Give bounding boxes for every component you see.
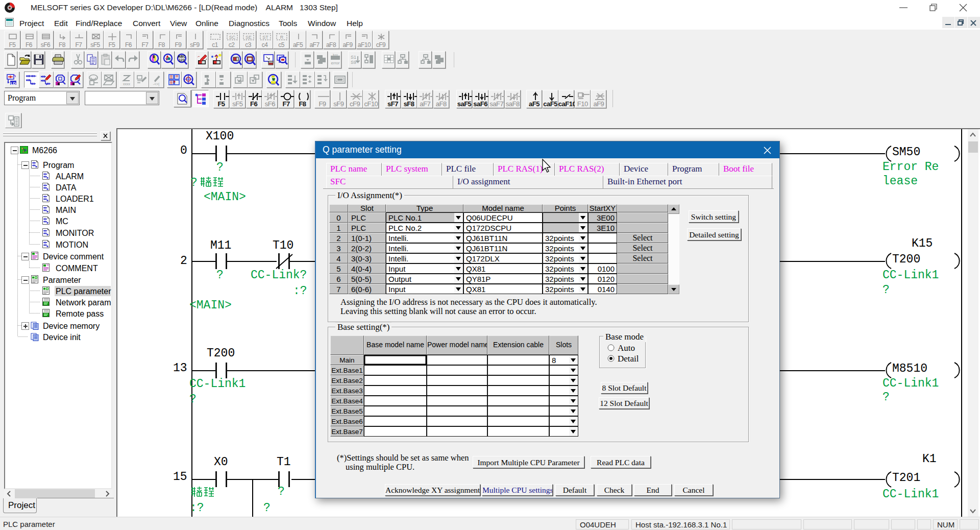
svg-text:S1: S1	[351, 55, 356, 60]
svg-text:k+v: k+v	[333, 53, 338, 56]
svg-text:-<>|: -<>|	[153, 82, 160, 86]
svg-text:ST: ST	[262, 35, 268, 40]
svg-text:SC: SC	[229, 35, 235, 40]
svg-text:ABC: ABC	[178, 55, 185, 58]
svg-text:LD: LD	[11, 81, 16, 86]
svg-text:123: 123	[179, 58, 185, 62]
svg-text:SE: SE	[246, 35, 252, 40]
svg-text:error: error	[331, 61, 340, 65]
svg-text:xxxx: xxxx	[123, 82, 131, 86]
svg-text:S9: S9	[351, 60, 356, 65]
svg-text:R: R	[280, 35, 284, 40]
